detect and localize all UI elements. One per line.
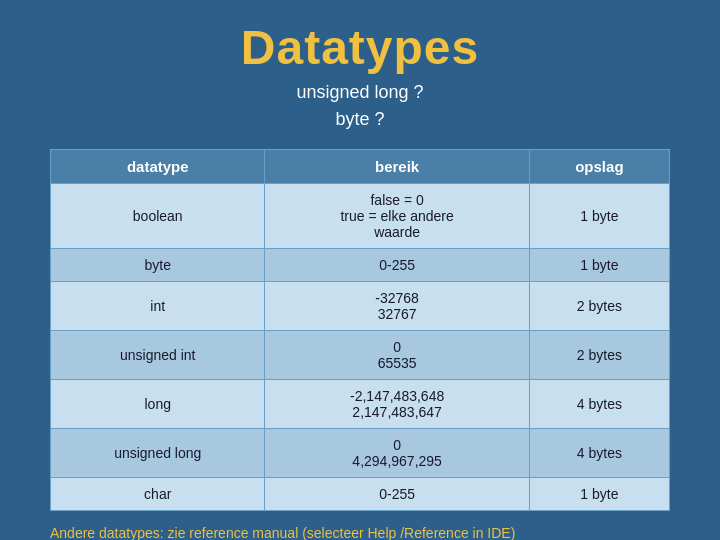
table-row: char0-2551 byte xyxy=(51,478,670,511)
cell-opslag: 2 bytes xyxy=(529,331,669,380)
col-header-opslag: opslag xyxy=(529,150,669,184)
footer-note: Andere datatypes: zie reference manual (… xyxy=(50,525,670,540)
cell-bereik: 0-255 xyxy=(265,249,529,282)
table-row: unsigned long04,294,967,2954 bytes xyxy=(51,429,670,478)
cell-datatype: unsigned long xyxy=(51,429,265,478)
table-row: int-32768327672 bytes xyxy=(51,282,670,331)
cell-bereik: 04,294,967,295 xyxy=(265,429,529,478)
cell-datatype: boolean xyxy=(51,184,265,249)
cell-opslag: 1 byte xyxy=(529,184,669,249)
page-subtitle: unsigned long ? byte ? xyxy=(296,79,423,133)
cell-opslag: 1 byte xyxy=(529,249,669,282)
page-title: Datatypes xyxy=(241,20,479,75)
cell-bereik: 065535 xyxy=(265,331,529,380)
cell-datatype: long xyxy=(51,380,265,429)
cell-bereik: false = 0true = elke anderewaarde xyxy=(265,184,529,249)
cell-opslag: 4 bytes xyxy=(529,429,669,478)
cell-bereik: -2,147,483,6482,147,483,647 xyxy=(265,380,529,429)
cell-datatype: int xyxy=(51,282,265,331)
cell-datatype: byte xyxy=(51,249,265,282)
table-row: byte0-2551 byte xyxy=(51,249,670,282)
cell-bereik: -3276832767 xyxy=(265,282,529,331)
cell-datatype: unsigned int xyxy=(51,331,265,380)
table-row: unsigned int0655352 bytes xyxy=(51,331,670,380)
cell-datatype: char xyxy=(51,478,265,511)
table-row: booleanfalse = 0true = elke anderewaarde… xyxy=(51,184,670,249)
col-header-datatype: datatype xyxy=(51,150,265,184)
cell-opslag: 2 bytes xyxy=(529,282,669,331)
cell-opslag: 1 byte xyxy=(529,478,669,511)
cell-opslag: 4 bytes xyxy=(529,380,669,429)
table-row: long-2,147,483,6482,147,483,6474 bytes xyxy=(51,380,670,429)
datatypes-table: datatype bereik opslag booleanfalse = 0t… xyxy=(50,149,670,511)
col-header-bereik: bereik xyxy=(265,150,529,184)
cell-bereik: 0-255 xyxy=(265,478,529,511)
